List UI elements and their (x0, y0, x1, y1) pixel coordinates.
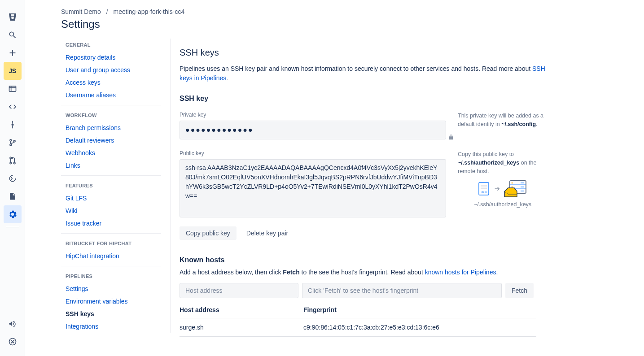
pull-requests-icon[interactable] (4, 152, 22, 169)
private-key-label: Private key (180, 112, 446, 118)
overview-icon[interactable] (4, 80, 22, 98)
svg-point-8 (13, 140, 15, 142)
help-icon[interactable] (4, 333, 22, 351)
known-hosts-docs-link[interactable]: known hosts for Pipelines (425, 269, 496, 276)
table-row: surge.shc9:90:86:14:05:c1:7c:3a:cb:27:e5… (180, 318, 536, 337)
svg-point-9 (10, 157, 12, 159)
delete-key-pair-button[interactable]: Delete key pair (240, 226, 294, 240)
fingerprint-cell: c9:90:86:14:05:c1:7c:3a:cb:27:e5:e3:cd:1… (303, 324, 536, 331)
public-key-row: Public key ssh-rsa AAAAB3NzaC1yc2EAAAADA… (180, 150, 565, 217)
nav-group-header: FEATURES (61, 176, 161, 192)
public-key-help: Copy this public key to ~/.ssh/authorize… (458, 150, 548, 209)
ssh-illustration-caption: ~/.ssh/authorized_keys (458, 200, 548, 209)
nav-item-git-lfs[interactable]: Git LFS (61, 192, 161, 204)
private-key-row: Private key ●●●●●●●●●●●●● This private k… (180, 112, 565, 139)
nav-item-webhooks[interactable]: Webhooks (61, 147, 161, 159)
plus-icon[interactable] (4, 44, 22, 62)
nav-item-links[interactable]: Links (61, 159, 161, 172)
known-hosts-heading: Known hosts (180, 256, 565, 264)
page-title: Settings (25, 15, 644, 39)
pipelines-icon[interactable] (4, 169, 22, 187)
svg-rect-0 (9, 86, 16, 91)
ssh-heading: SSH keys (180, 48, 565, 58)
fingerprint-display (302, 283, 502, 298)
search-icon[interactable] (4, 26, 22, 44)
nav-item-integrations[interactable]: Integrations (61, 320, 161, 333)
feedback-icon[interactable] (4, 315, 22, 333)
nav-item-access-keys[interactable]: Access keys (61, 76, 161, 89)
svg-point-3 (11, 124, 13, 126)
svg-point-11 (13, 162, 15, 164)
nav-group-header: PIPELINES (61, 266, 161, 282)
nav-item-ssh-keys[interactable]: SSH keys (61, 308, 161, 320)
branches-icon[interactable] (4, 134, 22, 152)
nav-item-wiki[interactable]: Wiki (61, 204, 161, 217)
svg-point-22 (512, 182, 513, 184)
nav-item-username-aliases[interactable]: Username aliases (61, 89, 161, 101)
settings-gear-icon[interactable] (4, 205, 22, 223)
settings-sidebar: GENERALRepository detailsUser and group … (61, 39, 171, 333)
fingerprint-column: Fingerprint (303, 306, 536, 313)
nav-group-header: BITBUCKET FOR HIPCHAT (61, 234, 161, 250)
nav-item-user-and-group-access[interactable]: User and group access (61, 64, 161, 76)
nav-group-header: WORKFLOW (61, 105, 161, 122)
known-hosts-input-row: Fetch (180, 283, 565, 298)
svg-point-6 (10, 139, 12, 141)
private-key-field: ●●●●●●●●●●●●● (180, 121, 446, 139)
fetch-button[interactable]: Fetch (505, 283, 534, 298)
rail-divider (6, 227, 19, 227)
source-icon[interactable] (4, 98, 22, 116)
nav-item-issue-tracker[interactable]: Issue tracker (61, 217, 161, 230)
svg-point-10 (10, 162, 12, 164)
svg-point-7 (10, 144, 12, 146)
bitbucket-logo-icon[interactable] (4, 8, 22, 26)
main-content: Summit Demo / meeting-app-fork-this-cc4 … (25, 0, 644, 356)
host-address-column: Host address (180, 306, 303, 313)
known-hosts-text: Add a host address below, then click Fet… (180, 269, 565, 276)
svg-text:.PUB: .PUB (481, 191, 487, 194)
copy-public-key-button[interactable]: Copy public key (180, 226, 237, 240)
global-nav-rail: JS (0, 0, 25, 356)
nav-item-hipchat-integration[interactable]: HipChat integration (61, 250, 161, 262)
nav-item-branch-permissions[interactable]: Branch permissions (61, 122, 161, 134)
ssh-intro: Pipelines uses an SSH key pair and known… (180, 64, 548, 83)
lock-icon (448, 134, 454, 140)
nav-item-default-reviewers[interactable]: Default reviewers (61, 134, 161, 147)
ssh-key-subheading: SSH key (180, 95, 565, 103)
nav-item-repository-details[interactable]: Repository details (61, 51, 161, 64)
host-cell: surge.sh (180, 324, 303, 331)
breadcrumb: Summit Demo / meeting-app-fork-this-cc4 (25, 0, 644, 15)
svg-point-23 (512, 187, 513, 188)
known-hosts-table: Host address Fingerprint surge.shc9:90:8… (180, 306, 536, 337)
breadcrumb-repo[interactable]: meeting-app-fork-this-cc4 (114, 8, 185, 15)
settings-detail: SSH keys Pipelines uses an SSH key pair … (171, 39, 565, 355)
nav-item-environment-variables[interactable]: Environment variables (61, 295, 161, 308)
commits-icon[interactable] (4, 116, 22, 134)
nav-group-header: GENERAL (61, 40, 161, 51)
host-address-input[interactable] (180, 283, 298, 298)
public-key-field[interactable]: ssh-rsa AAAAB3NzaC1yc2EAAAADAQABAAAAgQCe… (180, 159, 446, 217)
project-js-icon[interactable]: JS (4, 62, 22, 80)
ssh-illustration: .PUB (458, 179, 548, 199)
public-key-label: Public key (180, 150, 446, 156)
downloads-icon[interactable] (4, 187, 22, 205)
private-key-help: This private key will be added as a defa… (458, 112, 548, 129)
breadcrumb-project[interactable]: Summit Demo (61, 8, 101, 15)
nav-item-settings[interactable]: Settings (61, 282, 161, 295)
